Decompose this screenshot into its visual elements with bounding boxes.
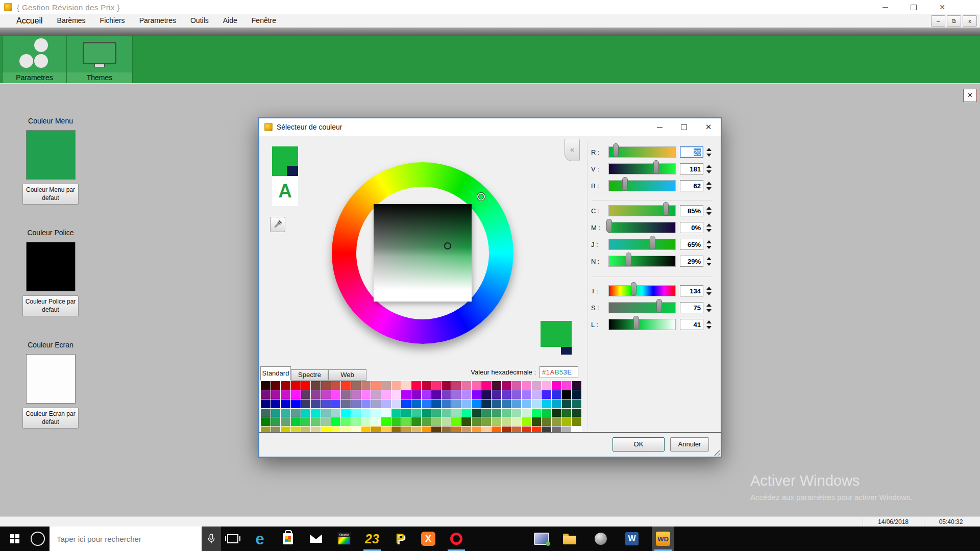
slider-track-v-[interactable] bbox=[608, 163, 676, 174]
palette-swatch[interactable] bbox=[502, 390, 511, 399]
spin-down-icon[interactable] bbox=[706, 154, 712, 157]
palette-swatch[interactable] bbox=[532, 399, 542, 408]
palette-swatch[interactable] bbox=[391, 417, 401, 426]
palette-swatch[interactable] bbox=[311, 381, 321, 390]
palette-swatch[interactable] bbox=[351, 390, 361, 399]
dialog-titlebar[interactable]: Sélecteur de couleur ✕ bbox=[259, 118, 721, 136]
palette-swatch[interactable] bbox=[562, 381, 572, 390]
palette-swatch[interactable] bbox=[472, 409, 481, 417]
palette-swatch[interactable] bbox=[522, 399, 531, 408]
palette-swatch[interactable] bbox=[461, 399, 471, 408]
dialog-close-button[interactable]: ✕ bbox=[696, 118, 721, 136]
palette-swatch[interactable] bbox=[461, 381, 471, 390]
palette-swatch[interactable] bbox=[481, 390, 491, 399]
palette-swatch[interactable] bbox=[281, 381, 290, 390]
palette-swatch[interactable] bbox=[291, 399, 301, 408]
slider-value-l-[interactable]: 41 bbox=[680, 319, 703, 330]
spin-up-icon[interactable] bbox=[706, 304, 712, 307]
word-icon[interactable]: W bbox=[621, 527, 643, 551]
palette-swatch[interactable] bbox=[431, 409, 441, 417]
ok-button[interactable]: OK bbox=[612, 437, 665, 452]
palette-swatch[interactable] bbox=[572, 399, 581, 408]
palette-swatch[interactable] bbox=[311, 399, 321, 408]
palette-swatch[interactable] bbox=[502, 409, 511, 417]
slider-track-b-[interactable] bbox=[608, 180, 676, 191]
slider-value-v-[interactable]: 181 bbox=[680, 163, 703, 174]
cortana-icon[interactable] bbox=[31, 532, 45, 546]
spin-down-icon[interactable] bbox=[706, 292, 712, 295]
palette-swatch[interactable] bbox=[442, 417, 451, 426]
palette-swatch[interactable] bbox=[562, 409, 572, 417]
slider-value-j-[interactable]: 65% bbox=[680, 239, 703, 250]
palette-swatch[interactable] bbox=[351, 417, 361, 426]
hue-wheel-marker[interactable] bbox=[477, 193, 485, 201]
palette-swatch[interactable] bbox=[401, 409, 411, 417]
palette-swatch[interactable] bbox=[451, 399, 461, 408]
palette-swatch[interactable] bbox=[442, 381, 451, 390]
menu-item-baremes[interactable]: Barèmes bbox=[57, 16, 86, 26]
palette-swatch[interactable] bbox=[511, 417, 521, 426]
palette-swatch[interactable] bbox=[351, 409, 361, 417]
palette-swatch[interactable] bbox=[401, 417, 411, 426]
palette-swatch[interactable] bbox=[411, 399, 421, 408]
spin-up-icon[interactable] bbox=[706, 207, 712, 210]
spin-up-icon[interactable] bbox=[706, 287, 712, 290]
xampp-icon[interactable]: X bbox=[417, 527, 439, 551]
spin-up-icon[interactable] bbox=[706, 165, 712, 168]
mdi-close-button[interactable]: x bbox=[963, 15, 977, 27]
palette-swatch[interactable] bbox=[311, 409, 321, 417]
palette-swatch[interactable] bbox=[492, 381, 501, 390]
slider-thumb[interactable] bbox=[650, 236, 655, 249]
palette-swatch[interactable] bbox=[532, 409, 542, 417]
menu-item-parametres[interactable]: Parametres bbox=[139, 16, 176, 26]
workspace-close-button[interactable]: ✕ bbox=[963, 89, 977, 102]
store-icon[interactable] bbox=[277, 527, 299, 551]
palette-swatch[interactable] bbox=[381, 390, 391, 399]
spin-down-icon[interactable] bbox=[706, 309, 712, 312]
saturation-value-square[interactable] bbox=[374, 204, 472, 302]
microphone-button[interactable] bbox=[202, 527, 221, 551]
palette-swatch[interactable] bbox=[261, 409, 271, 417]
palette-swatch[interactable] bbox=[281, 417, 290, 426]
palette-swatch[interactable] bbox=[511, 381, 521, 390]
palette-swatch[interactable] bbox=[401, 399, 411, 408]
default-button-couleur-ecran[interactable]: Couleur Ecran par defaut bbox=[22, 408, 79, 429]
palette-swatch[interactable] bbox=[481, 399, 491, 408]
palette-swatch[interactable] bbox=[321, 417, 331, 426]
palette-swatch[interactable] bbox=[401, 381, 411, 390]
palette-swatch[interactable] bbox=[281, 399, 290, 408]
mdi-restore-button[interactable]: ⧉ bbox=[947, 15, 961, 27]
palette-swatch[interactable] bbox=[341, 399, 351, 408]
slider-thumb[interactable] bbox=[626, 253, 631, 266]
palette-swatch[interactable] bbox=[331, 381, 341, 390]
palette-swatch[interactable] bbox=[451, 381, 461, 390]
palette-swatch[interactable] bbox=[331, 409, 341, 417]
palette-swatch[interactable] bbox=[381, 381, 391, 390]
slider-value-m-[interactable]: 0% bbox=[680, 222, 703, 233]
palette-swatch[interactable] bbox=[371, 409, 381, 417]
palette-swatch[interactable] bbox=[331, 399, 341, 408]
task-view-button[interactable] bbox=[221, 527, 244, 551]
palette-swatch[interactable] bbox=[301, 390, 311, 399]
palette-swatch[interactable] bbox=[271, 381, 281, 390]
slider-thumb[interactable] bbox=[633, 316, 639, 330]
palette-swatch[interactable] bbox=[341, 390, 351, 399]
palette-swatch[interactable] bbox=[552, 399, 561, 408]
palette-swatch[interactable] bbox=[301, 399, 311, 408]
palette-swatch[interactable] bbox=[522, 381, 531, 390]
palette-swatch[interactable] bbox=[461, 417, 471, 426]
palette-swatch[interactable] bbox=[422, 399, 431, 408]
palette-swatch[interactable] bbox=[431, 390, 441, 399]
palette-swatch[interactable] bbox=[291, 381, 301, 390]
pc-icon[interactable] bbox=[530, 527, 553, 551]
palette-swatch[interactable] bbox=[321, 381, 331, 390]
slider-track-l-[interactable] bbox=[608, 319, 676, 330]
palette-swatch[interactable] bbox=[411, 417, 421, 426]
slider-track-c-[interactable] bbox=[608, 205, 676, 216]
menu-item-fichiers[interactable]: Fichiers bbox=[100, 16, 125, 26]
menu-item-aide[interactable]: Aide bbox=[223, 16, 237, 26]
start-button[interactable] bbox=[0, 527, 30, 551]
palette-swatch[interactable] bbox=[451, 409, 461, 417]
palette-swatch[interactable] bbox=[271, 390, 281, 399]
dialog-minimize-button[interactable] bbox=[647, 118, 672, 136]
